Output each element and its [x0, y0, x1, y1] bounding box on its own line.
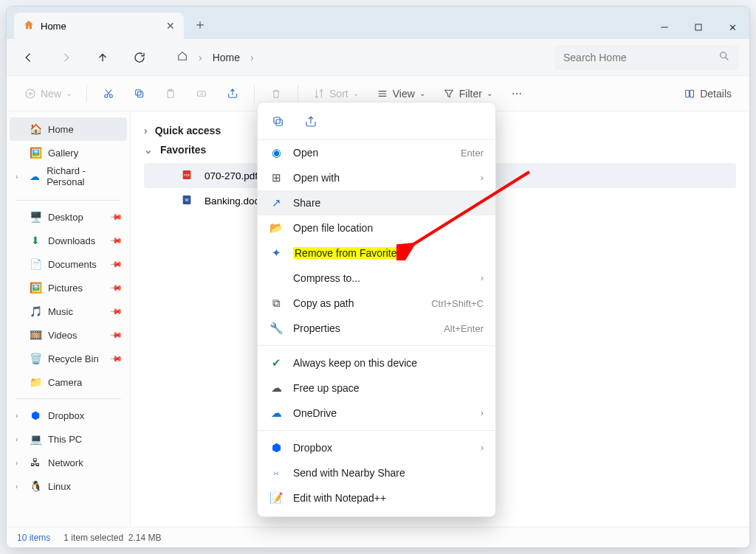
ctx-open-location[interactable]: 📂Open file location — [258, 215, 495, 240]
dropbox-icon: ⬢ — [269, 441, 283, 454]
share-button[interactable] — [219, 81, 247, 106]
status-bar: 10 items 1 item selected 2.14 MB — [7, 527, 749, 547]
sidebar-item-recycle[interactable]: 🗑️Recycle Bin📌 — [10, 347, 127, 370]
ctx-free-up[interactable]: ☁Free up space — [258, 375, 495, 401]
sidebar: 🏠Home 🖼️Gallery ›☁Richard - Personal 🖥️D… — [7, 111, 131, 527]
pin-icon: 📌 — [109, 280, 123, 294]
back-button[interactable] — [17, 46, 41, 69]
sync-icon: ✔ — [269, 356, 283, 370]
dropbox-icon: ⬢ — [29, 409, 42, 421]
tab-home[interactable]: Home ✕ — [14, 13, 184, 39]
chevron-right-icon: › — [199, 52, 202, 63]
ctx-edit-npp[interactable]: 📝Edit with Notepad++ — [258, 485, 495, 510]
videos-icon: 🎞️ — [29, 329, 42, 341]
chevron-right-icon: › — [481, 408, 484, 418]
up-button[interactable] — [91, 46, 114, 69]
ctx-onedrive[interactable]: ☁OneDrive› — [258, 401, 495, 426]
rename-button: A — [188, 81, 216, 106]
pin-icon: 📌 — [109, 328, 123, 342]
network-icon: 🖧 — [29, 457, 42, 468]
sidebar-item-gallery[interactable]: 🖼️Gallery — [10, 141, 127, 165]
minimize-button[interactable] — [647, 15, 681, 39]
chevron-right-icon: › — [250, 52, 254, 63]
ctx-copy-icon[interactable] — [268, 111, 289, 132]
svg-rect-14 — [690, 90, 694, 97]
search-box[interactable] — [554, 45, 739, 70]
status-size: 2.14 MB — [128, 533, 162, 543]
ctx-properties[interactable]: 🔧PropertiesAlt+Enter — [258, 316, 495, 341]
sidebar-item-desktop[interactable]: 🖥️Desktop📌 — [10, 205, 127, 229]
chevron-right-icon[interactable]: › — [16, 459, 23, 467]
sidebar-item-downloads[interactable]: ⬇Downloads📌 — [10, 229, 127, 252]
ctx-remove-favorites[interactable]: ✦Remove from Favorites — [258, 240, 495, 266]
sidebar-item-linux[interactable]: ›🐧Linux — [10, 474, 127, 498]
pin-icon: 📌 — [109, 304, 123, 318]
onedrive-icon: ☁ — [28, 170, 41, 182]
sidebar-item-pictures[interactable]: 🖼️Pictures📌 — [10, 276, 127, 299]
open-with-icon: ⊞ — [269, 171, 283, 184]
titlebar: Home ✕ ＋ ✕ — [7, 7, 749, 39]
new-tab-button[interactable]: ＋ — [188, 13, 212, 36]
pictures-icon: 🖼️ — [29, 282, 42, 294]
word-icon: W — [181, 194, 194, 208]
chevron-right-icon: › — [481, 443, 484, 453]
ctx-copy-path[interactable]: ⧉Copy as pathCtrl+Shift+C — [258, 291, 495, 316]
search-input[interactable] — [563, 52, 718, 63]
sidebar-item-music[interactable]: 🎵Music📌 — [10, 299, 127, 323]
edge-icon: ◉ — [269, 146, 283, 159]
close-tab-icon[interactable]: ✕ — [166, 20, 175, 32]
more-button[interactable]: ⋯ — [503, 81, 531, 106]
sidebar-item-home[interactable]: 🏠Home — [10, 117, 127, 141]
home-icon — [23, 19, 35, 33]
chevron-right-icon[interactable]: › — [16, 482, 23, 491]
sidebar-item-camera[interactable]: 📁Camera — [10, 370, 127, 394]
copy-path-icon: ⧉ — [269, 297, 283, 310]
sidebar-item-videos[interactable]: 🎞️Videos📌 — [10, 323, 127, 347]
ctx-compress[interactable]: Compress to...› — [258, 266, 495, 291]
ctx-open-with[interactable]: ⊞Open with› — [258, 165, 495, 190]
chevron-down-icon: ⌄ — [144, 144, 153, 156]
svg-rect-7 — [137, 91, 142, 97]
chevron-right-icon[interactable]: › — [16, 173, 22, 181]
chevron-right-icon[interactable]: › — [16, 412, 23, 420]
unfavorite-icon: ✦ — [269, 246, 283, 260]
refresh-button[interactable] — [128, 46, 151, 69]
cut-button[interactable] — [94, 81, 123, 106]
tab-title: Home — [41, 21, 66, 32]
pin-icon: 📌 — [109, 351, 123, 365]
ctx-share-icon[interactable] — [300, 111, 321, 132]
ctx-share[interactable]: ↗Share — [258, 190, 495, 215]
sidebar-item-personal[interactable]: ›☁Richard - Personal — [10, 165, 127, 188]
chevron-right-icon[interactable]: › — [16, 435, 23, 443]
close-button[interactable]: ✕ — [715, 15, 749, 39]
status-selected: 1 item selected — [63, 533, 123, 543]
home-icon: 🏠 — [29, 123, 42, 135]
svg-rect-1 — [695, 24, 701, 30]
pin-icon: 📌 — [109, 257, 123, 271]
forward-button[interactable] — [54, 46, 78, 69]
sidebar-item-documents[interactable]: 📄Documents📌 — [10, 252, 127, 276]
ctx-open[interactable]: ◉OpenEnter — [258, 140, 495, 165]
svg-rect-13 — [686, 90, 690, 97]
sidebar-item-network[interactable]: ›🖧Network — [10, 451, 127, 474]
chevron-right-icon: › — [481, 273, 484, 283]
new-button[interactable]: New ⌄ — [17, 81, 79, 106]
cloud-icon: ☁ — [269, 381, 283, 395]
breadcrumb-home[interactable]: Home — [213, 52, 240, 63]
share-icon: ↗ — [269, 196, 283, 210]
copy-button[interactable] — [126, 81, 154, 106]
file-name: 070-270.pdf — [205, 170, 258, 181]
context-quick-actions — [258, 108, 495, 140]
sidebar-item-dropbox[interactable]: ›⬢Dropbox — [10, 404, 127, 427]
chevron-right-icon: › — [481, 173, 484, 183]
ctx-dropbox[interactable]: ⬢Dropbox› — [258, 435, 495, 460]
details-button[interactable]: Details — [676, 81, 739, 106]
ctx-nearby-share[interactable]: ›‹Send with Nearby Share — [258, 460, 495, 485]
pc-icon: 💻 — [29, 433, 42, 445]
maximize-button[interactable] — [681, 15, 715, 39]
sidebar-item-thispc[interactable]: ›💻This PC — [10, 427, 127, 451]
window-controls: ✕ — [647, 15, 749, 39]
music-icon: 🎵 — [29, 305, 42, 317]
ctx-always-keep[interactable]: ✔Always keep on this device — [258, 350, 495, 375]
breadcrumb[interactable]: › Home › — [165, 46, 541, 69]
